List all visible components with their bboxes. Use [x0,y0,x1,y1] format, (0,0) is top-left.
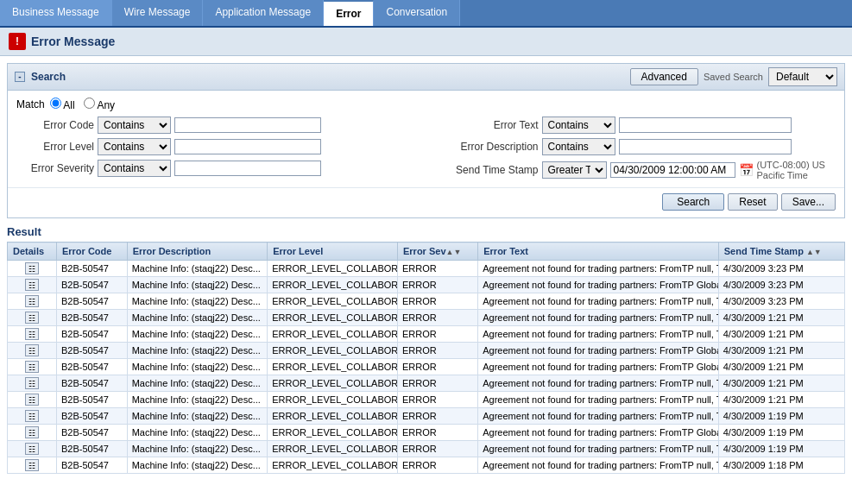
cell-error-level: ERROR_LEVEL_COLLABORA... [268,441,398,457]
search-actions: Search Reset Save... [8,187,844,217]
detail-icon[interactable]: ☷ [25,312,39,324]
reset-button[interactable]: Reset [728,193,777,211]
cell-send-time-stamp: 4/30/2009 1:21 PM [718,343,844,359]
error-code-row: Error Code Contains Starts With Equals [16,117,418,134]
col-header-details: Details [8,243,57,261]
error-text-input[interactable] [619,117,792,133]
table-row[interactable]: ☷B2B-50547Machine Info: (staqj22) Desc..… [8,425,845,441]
error-severity-input[interactable] [174,161,321,176]
error-level-input[interactable] [174,139,321,154]
error-description-operator[interactable]: Contains Starts With Equals [542,138,615,155]
table-row[interactable]: ☷B2B-50547Machine Info: (staqj22) Desc..… [8,343,845,359]
saved-search-dropdown[interactable]: Default [768,67,837,86]
table-row[interactable]: ☷B2B-50547Machine Info: (staqj22) Desc..… [8,310,845,326]
cell-details: ☷ [8,457,57,474]
cell-error-code: B2B-50547 [56,277,127,293]
tab-wire-message[interactable]: Wire Message [112,0,204,26]
collapse-button[interactable]: - [15,72,25,82]
calendar-icon[interactable]: 📅 [739,163,754,177]
error-level-label: Error Level [16,141,94,153]
col-header-send-time-stamp[interactable]: Send Time Stamp ▲▼ [718,243,844,261]
send-time-stamp-operator[interactable]: Greater Than Less Than Equals [542,161,607,179]
cell-error-description: Machine Info: (staqj22) Desc... [127,359,267,375]
tab-conversation[interactable]: Conversation [374,0,460,26]
error-text-operator[interactable]: Contains Starts With Equals [542,117,615,134]
cell-error-level: ERROR_LEVEL_COLLABORA... [268,375,398,392]
error-code-label: Error Code [16,119,94,131]
table-row[interactable]: ☷B2B-50547Machine Info: (staqj22) Desc..… [8,457,845,474]
cell-error-text: Agreement not found for trading partners… [478,277,719,293]
col-header-error-severity[interactable]: Error Sev▲▼ [398,243,478,261]
radio-group: All Any [50,98,115,111]
match-any-radio[interactable] [84,98,95,109]
save-button[interactable]: Save... [781,193,836,211]
cell-send-time-stamp: 4/30/2009 3:23 PM [718,277,844,293]
match-all-radio[interactable] [50,98,61,109]
cell-error-description: Machine Info: (staqj22) Desc... [127,261,267,277]
error-code-input[interactable] [174,117,321,133]
cell-error-code: B2B-50547 [56,425,127,441]
tab-application-message[interactable]: Application Message [203,0,324,26]
detail-icon[interactable]: ☷ [25,361,39,373]
table-row[interactable]: ☷B2B-50547Machine Info: (staqj22) Desc..… [8,441,845,457]
cell-error-severity: ERROR [398,343,478,359]
table-row[interactable]: ☷B2B-50547Machine Info: (staqj22) Desc..… [8,359,845,375]
error-text-row: Error Text Contains Starts With Equals [435,117,836,134]
page-header: ! Error Message [0,28,852,56]
table-header-row: Details Error Code Error Description Err… [8,243,845,261]
table-row[interactable]: ☷B2B-50547Machine Info: (staqj22) Desc..… [8,408,845,425]
col-header-error-description: Error Description [127,243,267,261]
detail-icon[interactable]: ☷ [25,377,39,389]
cell-error-text: Agreement not found for trading partners… [478,293,719,310]
detail-icon[interactable]: ☷ [25,295,39,307]
sort-icon: ▲▼ [446,248,462,256]
detail-icon[interactable]: ☷ [25,279,39,291]
detail-icon[interactable]: ☷ [25,328,39,340]
cell-error-text: Agreement not found for trading partners… [478,310,719,326]
tab-error[interactable]: Error [324,0,374,26]
advanced-button[interactable]: Advanced [630,68,698,85]
cell-error-severity: ERROR [398,392,478,408]
table-row[interactable]: ☷B2B-50547Machine Info: (staqj22) Desc..… [8,261,845,277]
send-time-stamp-row: Send Time Stamp Greater Than Less Than E… [435,160,836,180]
table-row[interactable]: ☷B2B-50547Machine Info: (staqj22) Desc..… [8,392,845,408]
cell-send-time-stamp: 4/30/2009 1:21 PM [718,359,844,375]
cell-error-text: Agreement not found for trading partners… [478,326,719,343]
detail-icon[interactable]: ☷ [25,410,39,422]
table-row[interactable]: ☷B2B-50547Machine Info: (staqj22) Desc..… [8,293,845,310]
table-row[interactable]: ☷B2B-50547Machine Info: (staqj22) Desc..… [8,326,845,343]
cell-error-description: Machine Info: (staqj22) Desc... [127,457,267,474]
right-form-col: Error Text Contains Starts With Equals E… [435,117,836,180]
cell-error-text: Agreement not found for trading partners… [478,425,719,441]
detail-icon[interactable]: ☷ [25,459,39,471]
detail-icon[interactable]: ☷ [25,262,39,274]
error-level-operator[interactable]: Contains Starts With Equals [98,138,171,155]
detail-icon[interactable]: ☷ [25,344,39,356]
search-button[interactable]: Search [662,193,724,211]
error-severity-operator[interactable]: Contains Starts With Equals [98,160,171,177]
table-row[interactable]: ☷B2B-50547Machine Info: (staqj22) Desc..… [8,277,845,293]
detail-icon[interactable]: ☷ [25,443,39,455]
cell-error-description: Machine Info: (staqj22) Desc... [127,408,267,425]
send-time-stamp-label: Send Time Stamp [435,164,539,176]
send-time-stamp-input[interactable] [610,162,735,178]
cell-details: ☷ [8,310,57,326]
tab-business-message[interactable]: Business Message [0,0,112,26]
table-row[interactable]: ☷B2B-50547Machine Info: (staqj22) Desc..… [8,375,845,392]
cell-error-severity: ERROR [398,441,478,457]
detail-icon[interactable]: ☷ [25,394,39,406]
cell-error-code: B2B-50547 [56,457,127,474]
search-header: - Search Advanced Saved Search Default [8,64,844,91]
cell-send-time-stamp: 4/30/2009 1:19 PM [718,408,844,425]
cell-error-text: Agreement not found for trading partners… [478,408,719,425]
svg-text:!: ! [16,35,19,47]
cell-error-severity: ERROR [398,310,478,326]
cell-error-level: ERROR_LEVEL_COLLABORA... [268,343,398,359]
error-description-input[interactable] [619,139,792,154]
cell-error-code: B2B-50547 [56,408,127,425]
cell-error-text: Agreement not found for trading partners… [478,375,719,392]
detail-icon[interactable]: ☷ [25,426,39,438]
form-grid: Error Code Contains Starts With Equals E… [16,117,836,180]
error-code-operator[interactable]: Contains Starts With Equals [98,117,171,134]
cell-send-time-stamp: 4/30/2009 1:21 PM [718,310,844,326]
